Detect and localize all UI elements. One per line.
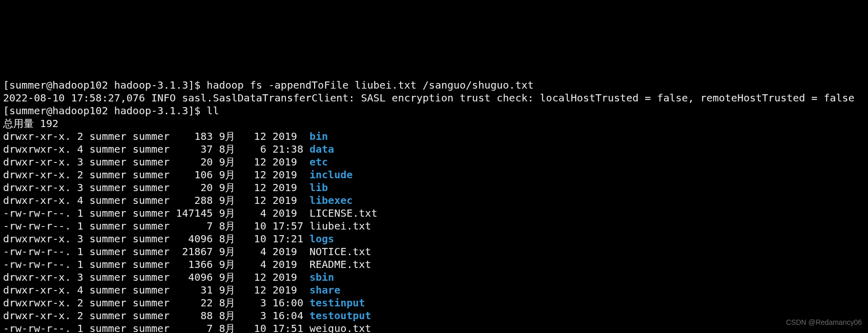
list-row: drwxr-xr-x. 2 summer summer 183 9月 12 20… — [3, 130, 328, 142]
file-name: bin — [309, 130, 328, 142]
file-name: lib — [309, 181, 328, 194]
list-row: -rw-rw-r--. 1 summer summer 7 8月 10 17:5… — [3, 322, 371, 333]
list-row: drwxrwxr-x. 3 summer summer 4096 8月 10 1… — [3, 233, 334, 245]
file-name: weiguo.txt — [309, 322, 371, 333]
file-name: testoutput — [309, 309, 371, 322]
list-row: drwxr-xr-x. 3 summer summer 20 9月 12 201… — [3, 181, 328, 194]
list-row: drwxr-xr-x. 4 summer summer 288 9月 12 20… — [3, 194, 353, 206]
prompt: [summer@hadoop102 hadoop-3.1.3]$ — [3, 105, 206, 117]
terminal-output[interactable]: [summer@hadoop102 hadoop-3.1.3]$ hadoop … — [0, 64, 868, 333]
list-row: drwxr-xr-x. 4 summer summer 31 9月 12 201… — [3, 284, 340, 296]
file-name: libexec — [309, 194, 353, 206]
file-listing: drwxr-xr-x. 2 summer summer 183 9月 12 20… — [3, 130, 865, 333]
file-name: data — [309, 143, 334, 155]
prompt: [summer@hadoop102 hadoop-3.1.3]$ — [3, 79, 206, 91]
file-name: sbin — [309, 271, 334, 283]
command-ll: ll — [206, 105, 219, 117]
command-hadoop-append: hadoop fs -appendToFile liubei.txt /sang… — [206, 79, 533, 91]
sasl-log-line: 2022-08-10 17:58:27,076 INFO sasl.SaslDa… — [3, 92, 855, 104]
file-name: testinput — [309, 297, 365, 309]
file-name: include — [309, 169, 353, 181]
list-row: drwxr-xr-x. 3 summer summer 20 9月 12 201… — [3, 156, 328, 168]
list-row: -rw-rw-r--. 1 summer summer 1366 9月 4 20… — [3, 258, 371, 270]
list-row: drwxr-xr-x. 2 summer summer 106 9月 12 20… — [3, 169, 353, 181]
list-row: drwxr-xr-x. 2 summer summer 88 8月 3 16:0… — [3, 309, 371, 322]
list-row: drwxrwxr-x. 2 summer summer 22 8月 3 16:0… — [3, 297, 365, 309]
file-name: LICENSE.txt — [309, 207, 377, 219]
file-name: share — [309, 284, 340, 296]
file-name: logs — [309, 233, 334, 245]
list-row: drwxrwxr-x. 4 summer summer 37 8月 6 21:3… — [3, 143, 334, 155]
watermark: CSDN @Redamancy06 — [786, 316, 862, 329]
file-name: liubei.txt — [309, 220, 371, 232]
total-line: 总用量 192 — [3, 117, 58, 130]
file-name: NOTICE.txt — [309, 245, 371, 258]
list-row: -rw-rw-r--. 1 summer summer 7 8月 10 17:5… — [3, 220, 371, 232]
file-name: README.txt — [309, 258, 371, 270]
list-row: -rw-rw-r--. 1 summer summer 21867 9月 4 2… — [3, 245, 371, 258]
list-row: -rw-rw-r--. 1 summer summer 147145 9月 4 … — [3, 207, 377, 219]
file-name: etc — [309, 156, 328, 168]
list-row: drwxr-xr-x. 3 summer summer 4096 9月 12 2… — [3, 271, 334, 283]
